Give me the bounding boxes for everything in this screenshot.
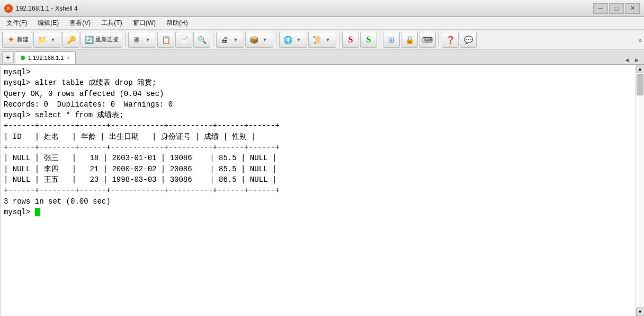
globe-button[interactable]: 🌐 ▼ [279, 32, 307, 48]
find-button[interactable]: 🔍 [193, 32, 210, 48]
terminal-line: mysql> alter table 成绩表 drop 籍贯; [4, 77, 632, 88]
terminal-line: Query OK, 0 rows affected (0.04 sec) [4, 89, 632, 99]
print-button[interactable]: 🖨 ▼ [216, 32, 244, 48]
keyboard-button[interactable]: ⌨ [419, 32, 436, 48]
vertical-scrollbar[interactable]: ▲ ▼ [636, 65, 644, 316]
globe-dropdown-icon: ▼ [294, 35, 303, 45]
screen-dropdown-icon: ▼ [143, 35, 153, 45]
terminal-line: | NULL | 张三 | 18 | 2003-01-01 | 10086 | … [4, 153, 632, 163]
key-icon: 🔑 [66, 35, 76, 45]
lock-button[interactable]: 🔒 [401, 32, 418, 48]
reconnect-button[interactable]: 🔄 重新连接 [80, 32, 122, 48]
grid-button[interactable]: ⊞ [383, 32, 400, 48]
screen-icon: 🖥 [132, 35, 141, 45]
terminal-line: Records: 0 Duplicates: 0 Warnings: 0 [4, 99, 632, 110]
script-dropdown-icon: ▼ [323, 35, 333, 45]
toolbar: ✦ 新建 📁 ▼ 🔑 🔄 重新连接 🖥 ▼ 📋 📄 🔍 🖨 ▼ 📦 ▼ [0, 30, 644, 50]
tab-close-button[interactable]: × [67, 55, 70, 61]
terminal-line: +------+--------+------+------------+---… [4, 142, 632, 153]
s-red-button[interactable]: S [342, 32, 359, 48]
copy-button[interactable]: 📋 [157, 32, 174, 48]
tab-scroll-right[interactable]: ► [632, 56, 642, 64]
toolbar-sep-5 [380, 33, 380, 47]
toolbar-sep-6 [439, 33, 439, 47]
tab-status-dot [21, 56, 25, 60]
terminal-line: mysql> select * from 成绩表; [4, 110, 632, 120]
transfer-dropdown-icon: ▼ [260, 35, 270, 45]
tab-scroll-left[interactable]: ◄ [622, 56, 632, 64]
terminal[interactable]: mysql>mysql> alter table 成绩表 drop 籍贯;Que… [0, 65, 636, 316]
terminal-line: 3 rows in set (0.00 sec) [4, 196, 632, 207]
s-red-icon: S [346, 35, 355, 45]
tabs-wrapper: 1 192.168.1.1 × ◄ ► [15, 51, 644, 64]
title-bar: X 192.168.1.1 - Xshell 4 ─ □ ✕ [0, 0, 644, 17]
s-green-icon: S [364, 35, 373, 45]
help-button[interactable]: ❓ [442, 32, 459, 48]
new-button[interactable]: ✦ 新建 [2, 32, 32, 48]
toolbar-sep-3 [276, 33, 276, 47]
open-button[interactable]: 📁 ▼ [33, 32, 61, 48]
terminal-line: +------+--------+------+------------+---… [4, 185, 632, 196]
scroll-up-button[interactable]: ▲ [636, 65, 645, 73]
help-icon: ❓ [445, 35, 455, 45]
transfer-icon: 📦 [249, 35, 258, 45]
s-green-button[interactable]: S [360, 32, 377, 48]
globe-icon: 🌐 [283, 35, 292, 45]
app-icon: X [4, 4, 13, 13]
terminal-line: | ID | 姓名 | 年龄 | 出生日期 | 身份证号 | 成绩 | 性别 | [4, 131, 632, 142]
new-icon: ✦ [6, 35, 15, 45]
toolbar-sep-4 [339, 33, 339, 47]
close-button[interactable]: ✕ [625, 3, 640, 14]
tabs-bar: + 1 192.168.1.1 × ◄ ► [0, 50, 644, 65]
transfer-button[interactable]: 📦 ▼ [245, 32, 273, 48]
tab-scroll-buttons: ◄ ► [622, 56, 644, 64]
menu-edit[interactable]: 编辑(E) [33, 17, 63, 29]
toolbar-more[interactable]: » [638, 35, 642, 45]
menu-bar: 文件(F) 编辑(E) 查看(V) 工具(T) 窗口(W) 帮助(H) [0, 17, 644, 30]
add-tab-button[interactable]: + [2, 51, 14, 63]
menu-window[interactable]: 窗口(W) [129, 17, 160, 29]
folder-icon: 📁 [37, 35, 47, 45]
window-controls: ─ □ ✕ [593, 3, 640, 14]
script-icon: 📜 [312, 35, 321, 45]
scroll-down-button[interactable]: ▼ [636, 308, 645, 316]
print-dropdown-icon: ▼ [231, 35, 240, 45]
keyboard-icon: ⌨ [423, 35, 432, 45]
menu-tools[interactable]: 工具(T) [97, 17, 126, 29]
scroll-track[interactable] [636, 73, 644, 308]
dropdown-arrow-icon: ▼ [48, 35, 58, 45]
paste-button[interactable]: 📄 [175, 32, 192, 48]
terminal-wrapper: mysql>mysql> alter table 成绩表 drop 籍贯;Que… [0, 65, 644, 316]
find-icon: 🔍 [197, 35, 207, 45]
reconnect-label: 重新连接 [95, 36, 119, 43]
terminal-line: +------+--------+------+------------+---… [4, 120, 632, 131]
menu-help[interactable]: 帮助(H) [162, 17, 192, 29]
terminal-cursor [35, 208, 40, 216]
message-icon: 💬 [463, 35, 473, 45]
reconnect-icon: 🔄 [84, 35, 94, 45]
grid-icon: ⊞ [387, 35, 396, 45]
active-tab[interactable]: 1 192.168.1.1 × [15, 51, 76, 64]
script-button[interactable]: 📜 ▼ [308, 32, 336, 48]
screen-button[interactable]: 🖥 ▼ [128, 32, 156, 48]
toolbar-sep-2 [213, 33, 213, 47]
terminal-line: | NULL | 王五 | 23 | 1998-03-03 | 30086 | … [4, 174, 632, 185]
new-label: 新建 [17, 36, 29, 43]
maximize-button[interactable]: □ [609, 3, 624, 14]
menu-file[interactable]: 文件(F) [2, 17, 31, 29]
minimize-button[interactable]: ─ [593, 3, 608, 14]
paste-icon: 📄 [179, 35, 189, 45]
message-button[interactable]: 💬 [460, 32, 477, 48]
copy-icon: 📋 [161, 35, 171, 45]
toolbar-sep-1 [125, 33, 126, 47]
print-icon: 🖨 [220, 35, 229, 45]
terminal-line: mysql> [4, 67, 632, 77]
menu-view[interactable]: 查看(V) [65, 17, 95, 29]
terminal-line: mysql> [4, 207, 632, 217]
window-title: 192.168.1.1 - Xshell 4 [16, 5, 78, 12]
connect-button[interactable]: 🔑 [62, 32, 79, 48]
scroll-thumb[interactable] [637, 74, 643, 95]
terminal-line: | NULL | 李四 | 21 | 2000-02-02 | 20086 | … [4, 164, 632, 174]
tab-label: 1 192.168.1.1 [28, 55, 64, 61]
lock-icon: 🔒 [405, 35, 414, 45]
